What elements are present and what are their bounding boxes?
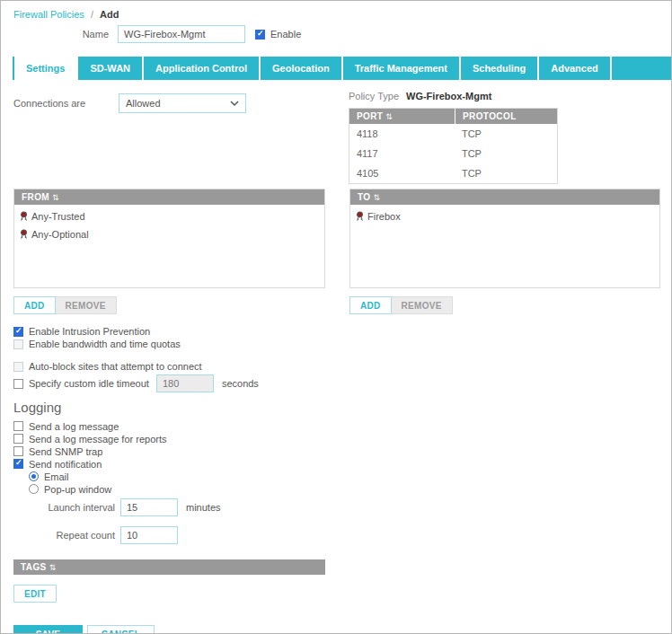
email-radio[interactable] bbox=[29, 471, 39, 481]
idle-timeout-unit: seconds bbox=[222, 378, 259, 389]
auto-block-label: Auto-block sites that attempt to connect bbox=[29, 361, 202, 372]
popup-window-radio-label: Pop-up window bbox=[44, 484, 111, 495]
breadcrumb-current: Add bbox=[100, 9, 119, 20]
breadcrumb: Firewall Policies / Add bbox=[13, 9, 671, 20]
breadcrumb-firewall-policies-link[interactable]: Firewall Policies bbox=[13, 9, 84, 20]
tab-advanced[interactable]: Advanced bbox=[539, 57, 612, 80]
footer-actions: SAVE CANCEL bbox=[13, 625, 659, 634]
send-log-label: Send a log message bbox=[29, 421, 119, 432]
column-gap bbox=[324, 91, 349, 180]
list-item[interactable]: Any-Trusted bbox=[14, 207, 324, 225]
tab-scheduling[interactable]: Scheduling bbox=[461, 57, 539, 80]
connections-are-label: Connections are bbox=[13, 93, 119, 113]
to-buttons: ADD REMOVE bbox=[349, 296, 660, 314]
alias-icon bbox=[19, 229, 29, 240]
send-snmp-checkbox[interactable] bbox=[13, 446, 23, 456]
tab-bar: Settings SD-WAN Application Control Geol… bbox=[13, 57, 671, 80]
from-to-section: FROM ⇅ Any-Trusted Any-Optional bbox=[13, 189, 659, 314]
sort-icon: ⇅ bbox=[52, 193, 59, 202]
intrusion-prevention-checkbox[interactable] bbox=[13, 327, 23, 337]
from-add-button[interactable]: ADD bbox=[13, 296, 56, 314]
firewall-policy-add-page: Firewall Policies / Add Name Enable Sett… bbox=[0, 0, 672, 634]
name-row: Name Enable bbox=[13, 25, 671, 43]
tab-application-control[interactable]: Application Control bbox=[144, 57, 261, 80]
alias-icon bbox=[355, 211, 365, 222]
alias-icon bbox=[19, 211, 29, 222]
connections-dropdown[interactable]: Allowed bbox=[119, 93, 246, 113]
connections-dropdown-value: Allowed bbox=[126, 98, 161, 109]
send-log-reports-checkbox[interactable] bbox=[13, 434, 23, 444]
to-panel: TO ⇅ Firebox bbox=[349, 189, 660, 288]
connections-column: Connections are Allowed bbox=[13, 91, 324, 180]
enable-checkbox[interactable] bbox=[255, 30, 265, 40]
logging-section: Logging Send a log message Send a log me… bbox=[13, 400, 659, 544]
sort-icon: ⇅ bbox=[374, 193, 381, 202]
tags-section: TAGS ⇅ EDIT bbox=[13, 559, 659, 603]
send-notification-label: Send notification bbox=[29, 459, 102, 470]
idle-timeout-input[interactable] bbox=[156, 374, 214, 392]
from-panel: FROM ⇅ Any-Trusted Any-Optional bbox=[13, 189, 325, 288]
bandwidth-quotas-checkbox[interactable] bbox=[13, 339, 23, 349]
port-cell: 4105 bbox=[349, 163, 455, 183]
from-column-header[interactable]: FROM ⇅ bbox=[14, 189, 324, 205]
popup-window-radio[interactable] bbox=[29, 484, 39, 494]
launch-interval-unit: minutes bbox=[186, 502, 221, 513]
save-button[interactable]: SAVE bbox=[13, 625, 83, 634]
repeat-count-input[interactable] bbox=[120, 526, 178, 544]
send-log-checkbox[interactable] bbox=[13, 421, 23, 431]
protocol-cell: TCP bbox=[455, 124, 489, 144]
idle-timeout-label: Specify custom idle timeout bbox=[29, 378, 149, 389]
idle-timeout-checkbox[interactable] bbox=[13, 379, 23, 389]
cancel-button[interactable]: CANCEL bbox=[87, 625, 155, 634]
tab-geolocation[interactable]: Geolocation bbox=[261, 57, 343, 80]
policy-type-column: Policy TypeWG-Firebox-Mgmt PORT ⇅ PROTOC… bbox=[349, 91, 659, 180]
email-radio-label: Email bbox=[44, 471, 69, 482]
launch-interval-input[interactable] bbox=[120, 498, 178, 516]
table-row: 4118 TCP bbox=[349, 124, 557, 144]
send-notification-checkbox[interactable] bbox=[13, 459, 23, 469]
auto-block-checkbox[interactable] bbox=[13, 362, 23, 372]
bandwidth-quotas-label: Enable bandwidth and time quotas bbox=[29, 339, 181, 349]
repeat-count-label: Repeat count bbox=[13, 530, 115, 541]
protocol-cell: TCP bbox=[455, 163, 489, 183]
settings-tab-content: Connections are Allowed Policy TypeWG-Fi… bbox=[1, 91, 671, 634]
from-buttons: ADD REMOVE bbox=[13, 296, 349, 314]
enable-wrap: Enable bbox=[255, 29, 301, 40]
tags-column-header[interactable]: TAGS ⇅ bbox=[13, 559, 325, 575]
policy-type-label: Policy Type bbox=[349, 91, 399, 101]
send-snmp-label: Send SNMP trap bbox=[29, 446, 102, 457]
name-label: Name bbox=[13, 29, 109, 40]
policy-type-value: WG-Firebox-Mgmt bbox=[406, 91, 491, 101]
to-column-header[interactable]: TO ⇅ bbox=[350, 189, 659, 205]
send-log-reports-label: Send a log message for reports bbox=[29, 434, 166, 445]
tab-traffic-management[interactable]: Traffic Management bbox=[343, 57, 461, 80]
port-column-header[interactable]: PORT ⇅ bbox=[349, 109, 455, 124]
sort-icon: ⇅ bbox=[49, 563, 57, 572]
port-protocol-table: PORT ⇅ PROTOCOL 4118 TCP 4117 TCP bbox=[349, 108, 558, 184]
tab-settings[interactable]: Settings bbox=[14, 57, 78, 80]
sort-icon: ⇅ bbox=[385, 112, 393, 121]
list-item[interactable]: Any-Optional bbox=[14, 225, 324, 243]
tab-sd-wan[interactable]: SD-WAN bbox=[78, 57, 144, 80]
logging-heading: Logging bbox=[13, 400, 659, 416]
enable-label: Enable bbox=[270, 29, 301, 40]
to-panel-wrap: TO ⇅ Firebox ADD REMOVE bbox=[349, 189, 660, 314]
tags-edit-button[interactable]: EDIT bbox=[13, 585, 57, 603]
port-cell: 4118 bbox=[349, 124, 455, 144]
table-row: 4105 TCP bbox=[349, 163, 557, 183]
intrusion-prevention-label: Enable Intrusion Prevention bbox=[29, 326, 150, 337]
protocol-column-header[interactable]: PROTOCOL bbox=[455, 109, 557, 124]
name-input[interactable] bbox=[118, 25, 245, 43]
list-item[interactable]: Firebox bbox=[350, 207, 659, 225]
to-remove-button[interactable]: REMOVE bbox=[392, 296, 453, 314]
table-row: 4117 TCP bbox=[349, 144, 557, 163]
from-remove-button[interactable]: REMOVE bbox=[56, 296, 117, 314]
to-add-button[interactable]: ADD bbox=[349, 296, 392, 314]
launch-interval-label: Launch interval bbox=[13, 502, 115, 513]
top-section: Connections are Allowed Policy TypeWG-Fi… bbox=[13, 91, 659, 180]
policy-options: Enable Intrusion Prevention Enable bandw… bbox=[13, 325, 659, 392]
port-cell: 4117 bbox=[349, 144, 455, 163]
from-panel-wrap: FROM ⇅ Any-Trusted Any-Optional bbox=[13, 189, 349, 314]
from-list: Any-Trusted Any-Optional bbox=[14, 205, 324, 287]
port-table-header: PORT ⇅ PROTOCOL bbox=[349, 109, 557, 124]
